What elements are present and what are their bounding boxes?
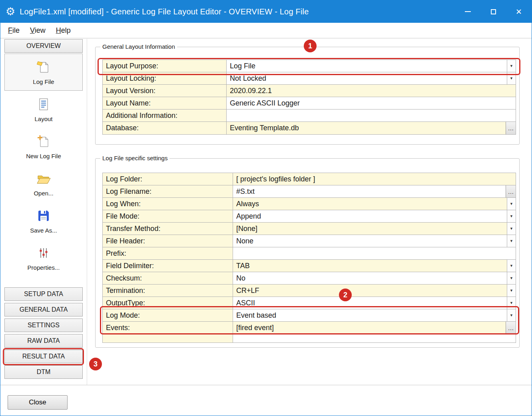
field-value: [None]	[233, 223, 507, 235]
form-row-log-folder: Log Folder: [ project's logfiles folder …	[103, 173, 516, 185]
field-value: Log File	[227, 60, 507, 72]
log-mode-dropdown[interactable]: Event based ▼	[233, 309, 516, 321]
field-label: File Header:	[103, 235, 233, 247]
log-when-dropdown[interactable]: Always ▼	[233, 198, 516, 210]
output-type-dropdown[interactable]: ASCII ▼	[233, 297, 516, 309]
field-value: [ project's logfiles folder ]	[233, 173, 516, 185]
log-filename-field[interactable]: #S.txt …	[233, 185, 516, 197]
dropdown-arrow-icon[interactable]: ▼	[507, 297, 516, 309]
window-controls: ✕	[455, 0, 532, 23]
form-row-log-filename: Log Filename: #S.txt …	[103, 185, 516, 198]
field-label: Log Folder:	[103, 173, 233, 185]
title-bar: ⚙ LogFile1.xml [modified] - Generic Log …	[0, 0, 532, 23]
dropdown-arrow-icon[interactable]: ▼	[507, 60, 516, 72]
sidebar-item-save-as[interactable]: Save As...	[4, 202, 83, 239]
close-window-button[interactable]: ✕	[506, 0, 532, 23]
dropdown-arrow-icon[interactable]: ▼	[507, 309, 516, 321]
sidebar-item-properties[interactable]: Properties...	[4, 239, 83, 277]
field-label: File Mode:	[103, 210, 233, 222]
general-layout-groupbox: General Layout Information Layout Purpos…	[95, 47, 520, 145]
field-label: Additional Information:	[103, 109, 227, 121]
field-value	[227, 109, 516, 121]
menu-view[interactable]: View	[25, 24, 51, 38]
sidebar-item-open[interactable]: Open...	[4, 165, 83, 202]
layout-name-field[interactable]: Generic ASCII Logger	[227, 97, 516, 109]
groupbox-legend: General Layout Information	[100, 43, 177, 50]
file-mode-dropdown[interactable]: Append ▼	[233, 210, 516, 222]
layout-purpose-dropdown[interactable]: Log File ▼	[227, 60, 516, 72]
field-value: No	[233, 272, 507, 284]
menu-file[interactable]: File	[3, 24, 25, 38]
sidebar-item-raw-data[interactable]: RAW DATA	[4, 334, 83, 348]
field-value: CR+LF	[233, 285, 507, 297]
sidebar-sections: SETUP DATA GENERAL DATA SETTINGS RAW DAT…	[4, 287, 83, 379]
minimize-button[interactable]	[455, 0, 480, 23]
field-value: Not Locked	[227, 72, 507, 84]
dropdown-arrow-icon[interactable]: ▼	[507, 272, 516, 284]
form-row-termination: Termination: CR+LF ▼	[103, 285, 516, 297]
sidebar-item-new-log-file[interactable]: New Log File	[4, 128, 83, 165]
file-header-dropdown[interactable]: None ▼	[233, 235, 516, 247]
sidebar-item-result-data[interactable]: RESULT DATA	[4, 350, 83, 363]
sidebar-item-setup-data[interactable]: SETUP DATA	[4, 287, 83, 301]
field-value: 2020.09.22.1	[227, 85, 516, 97]
app-window: ⚙ LogFile1.xml [modified] - Generic Log …	[0, 0, 532, 416]
dropdown-arrow-icon[interactable]: ▼	[507, 72, 516, 84]
sidebar-header-overview[interactable]: OVERVIEW	[4, 39, 83, 53]
sidebar-item-label: Layout	[34, 115, 52, 122]
browse-button[interactable]: …	[506, 185, 516, 197]
field-label: Log Mode:	[103, 309, 233, 321]
field-label: Layout Name:	[103, 97, 227, 109]
dropdown-arrow-icon[interactable]: ▼	[507, 198, 516, 210]
additional-information-field[interactable]	[227, 109, 516, 121]
menu-help[interactable]: Help	[51, 24, 76, 38]
field-label: OutputType:	[103, 297, 233, 309]
termination-dropdown[interactable]: CR+LF ▼	[233, 285, 516, 297]
form-row-layout-name: Layout Name: Generic ASCII Logger	[103, 97, 516, 109]
form-row-log-mode: Log Mode: Event based ▼	[103, 309, 516, 322]
dropdown-arrow-icon[interactable]: ▼	[507, 223, 516, 235]
sidebar-item-dtm[interactable]: DTM	[4, 365, 83, 379]
layout-icon	[36, 97, 51, 113]
field-label: Log Filename:	[103, 185, 233, 197]
log-folder-field[interactable]: [ project's logfiles folder ]	[233, 173, 516, 185]
database-field[interactable]: Eventing Template.db …	[227, 122, 516, 134]
form-row-prefix: Prefix:	[103, 247, 516, 260]
field-value: Eventing Template.db	[227, 122, 506, 134]
close-icon: ✕	[516, 7, 522, 16]
field-delimiter-dropdown[interactable]: TAB ▼	[233, 260, 516, 272]
field-value	[233, 247, 516, 259]
dropdown-arrow-icon[interactable]: ▼	[507, 260, 516, 272]
menu-bar: File View Help	[0, 23, 532, 38]
sidebar: OVERVIEW Log File	[4, 39, 83, 381]
form-row-events: Events: [fired event] …	[103, 322, 516, 334]
field-label: Layout Version:	[103, 85, 227, 97]
field-label: Prefix:	[103, 247, 233, 259]
empty-value-cell	[233, 334, 516, 342]
form-row-layout-version: Layout Version: 2020.09.22.1	[103, 85, 516, 97]
dropdown-arrow-icon[interactable]: ▼	[507, 285, 516, 297]
sidebar-item-settings[interactable]: SETTINGS	[4, 318, 83, 332]
browse-button[interactable]: …	[506, 122, 516, 134]
form-row-field-delimiter: Field Delimiter: TAB ▼	[103, 260, 516, 272]
browse-button[interactable]: …	[506, 322, 516, 334]
checksum-dropdown[interactable]: No ▼	[233, 272, 516, 284]
events-field[interactable]: [fired event] …	[233, 322, 516, 334]
transfer-method-dropdown[interactable]: [None] ▼	[233, 223, 516, 235]
form-row-database: Database: Eventing Template.db …	[103, 122, 516, 134]
field-label: Events:	[103, 322, 233, 334]
layout-version-field[interactable]: 2020.09.22.1	[227, 85, 516, 97]
maximize-button[interactable]	[480, 0, 506, 23]
layout-locking-dropdown[interactable]: Not Locked ▼	[227, 72, 516, 84]
sidebar-item-layout[interactable]: Layout	[4, 91, 83, 128]
field-value: #S.txt	[233, 185, 506, 197]
close-button[interactable]: Close	[8, 395, 68, 410]
field-label: Field Delimiter:	[103, 260, 233, 272]
dropdown-arrow-icon[interactable]: ▼	[507, 235, 516, 247]
form-row-checksum: Checksum: No ▼	[103, 272, 516, 285]
sidebar-item-log-file[interactable]: Log File	[4, 54, 83, 91]
dropdown-arrow-icon[interactable]: ▼	[507, 210, 516, 222]
sidebar-item-general-data[interactable]: GENERAL DATA	[4, 303, 83, 316]
prefix-field[interactable]	[233, 247, 516, 259]
window-title: LogFile1.xml [modified] - Generic Log Fi…	[20, 7, 309, 16]
